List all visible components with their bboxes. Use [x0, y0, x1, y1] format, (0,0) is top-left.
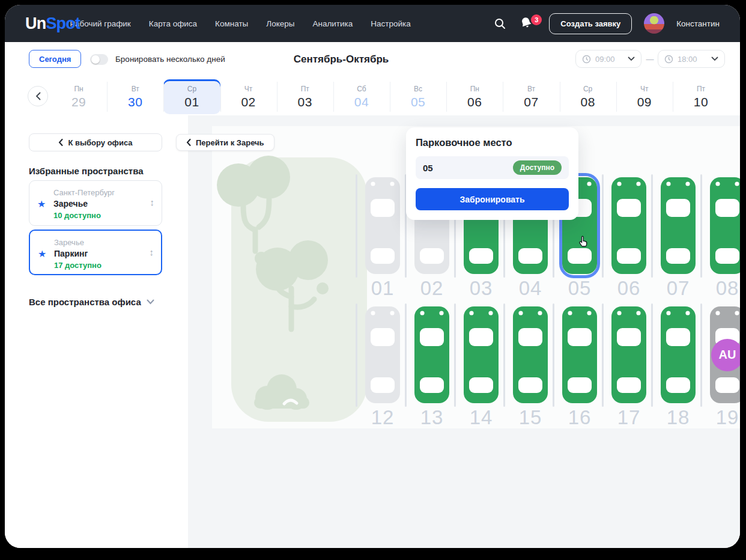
nav-item[interactable]: Комнаты: [215, 19, 248, 28]
day-cell[interactable]: Пт03: [277, 79, 333, 114]
parking-divider-line: [356, 174, 357, 278]
spot-number-label: 06: [604, 277, 654, 299]
notifications-button[interactable]: 3: [519, 16, 537, 31]
chevron-left-icon: [35, 92, 41, 100]
parking-spot-15[interactable]: [513, 305, 548, 404]
avatar[interactable]: [644, 13, 664, 34]
day-name: Вт: [132, 85, 139, 93]
day-strip: Пн29Вт30Ср01Чт02Пт03Сб04Вс05Пн06Вт07Ср08…: [5, 78, 740, 115]
logo-un: Un: [25, 14, 46, 32]
popup-spot-number: 05: [423, 163, 433, 173]
parking-spot-12[interactable]: [365, 305, 400, 404]
parking-spot-19[interactable]: AU: [710, 305, 740, 404]
favorite-space-card[interactable]: ★ЗаречьеПаркинг17 доступно↕: [29, 230, 162, 275]
parking-spot-16[interactable]: [562, 305, 597, 404]
parking-spot-08[interactable]: [710, 176, 740, 275]
clock-icon: [582, 55, 591, 64]
spot-number-label: 18: [653, 406, 703, 428]
user-name: Константин: [676, 19, 720, 28]
day-cell[interactable]: Ср01: [163, 79, 220, 114]
spot-number-label: 01: [357, 277, 408, 299]
parking-divider-line: [553, 303, 554, 407]
notification-badge: 3: [531, 14, 542, 25]
day-cell[interactable]: Чт02: [220, 79, 277, 114]
time-to-select[interactable]: 18:00: [658, 50, 725, 68]
day-cell[interactable]: Пн06: [446, 79, 503, 114]
space-location: Санкт-Петербург: [53, 188, 153, 197]
status-badge: Доступно: [513, 160, 562, 175]
parking-divider-line: [651, 303, 653, 407]
spot-number-label: 14: [456, 406, 506, 428]
parking-divider-line: [503, 303, 505, 407]
nav-item[interactable]: Карта офиса: [149, 19, 197, 28]
office-select-back-button[interactable]: К выбору офиса: [29, 133, 162, 151]
today-button[interactable]: Сегодня: [29, 50, 81, 68]
create-request-button[interactable]: Создать заявку: [549, 13, 632, 34]
day-name: Вс: [414, 85, 422, 93]
day-name: Сб: [357, 85, 366, 93]
parking-spot-07[interactable]: [661, 176, 696, 275]
day-cell[interactable]: Пт10: [673, 79, 729, 114]
day-number: 29: [71, 95, 86, 109]
day-cell[interactable]: Вс05: [390, 79, 446, 114]
popup-title: Парковочное место: [416, 137, 569, 148]
space-name: Паркинг: [54, 249, 153, 258]
day-number: 02: [241, 95, 255, 109]
parking-divider-line: [602, 174, 604, 278]
book-button[interactable]: Забронировать: [416, 188, 569, 210]
day-number: 08: [580, 95, 595, 109]
navbar-right: 3 Создать заявку Константин: [493, 13, 720, 34]
day-number: 01: [184, 95, 199, 109]
nav-item[interactable]: Настройка: [371, 19, 410, 28]
day-name: Пн: [470, 85, 479, 93]
drag-handle-icon[interactable]: ↕: [150, 247, 154, 257]
parking-spot-13[interactable]: [414, 305, 449, 404]
previous-days-button[interactable]: [28, 86, 48, 106]
nav-item[interactable]: Локеры: [266, 19, 294, 28]
star-icon[interactable]: ★: [38, 248, 46, 260]
goto-zarech-button[interactable]: Перейти к Заречь: [176, 134, 274, 151]
toggle-knob: [91, 55, 100, 64]
day-name: Ср: [187, 85, 196, 93]
back-button-label: К выбору офиса: [68, 138, 132, 147]
navbar: UnSpot Рабочий графикКарта офисаКомнатыЛ…: [5, 5, 740, 42]
spot-number-label: 08: [702, 277, 740, 299]
parking-spot-01[interactable]: [365, 176, 400, 275]
spot-number-label: 16: [554, 406, 605, 428]
day-number: 05: [411, 95, 425, 109]
parking-spot-17[interactable]: [611, 305, 646, 404]
day-cell[interactable]: Сб04: [333, 79, 390, 114]
all-spaces-label: Все пространства офиса: [29, 297, 141, 307]
day-cell[interactable]: Вт30: [107, 79, 163, 114]
spot-number-label: 17: [604, 406, 654, 428]
day-name: Вт: [527, 85, 535, 93]
drag-handle-icon[interactable]: ↕: [150, 197, 155, 207]
nav-item[interactable]: Аналитика: [312, 19, 353, 28]
day-number: 04: [354, 95, 369, 109]
multiday-toggle[interactable]: [90, 54, 108, 65]
day-name: Пт: [301, 85, 309, 93]
unspot-logo[interactable]: UnSpot: [25, 14, 46, 33]
spot-number-label: 03: [456, 277, 506, 299]
search-icon[interactable]: [493, 16, 507, 31]
parking-spot-06[interactable]: [611, 176, 646, 275]
parking-spot-14[interactable]: [464, 305, 499, 404]
time-from-select[interactable]: 09:00: [575, 50, 641, 68]
sidebar: К выбору офиса Избранные пространства ★С…: [5, 115, 188, 548]
time-from-value: 09:00: [595, 55, 615, 64]
day-cell[interactable]: Вт07: [503, 79, 559, 114]
chevron-down-icon: [711, 56, 718, 61]
day-cell[interactable]: Чт09: [616, 79, 673, 114]
all-spaces-toggle[interactable]: Все пространства офиса: [29, 297, 154, 307]
date-bar: Сегодня Бронировать несколько дней Сентя…: [5, 42, 740, 78]
star-icon[interactable]: ★: [37, 198, 46, 210]
parking-spot-18[interactable]: [661, 305, 696, 404]
day-number: 10: [694, 95, 708, 109]
app-window: UnSpot Рабочий графикКарта офисаКомнатыЛ…: [5, 5, 740, 548]
day-name: Пн: [74, 85, 83, 93]
day-cell[interactable]: Пн29: [50, 79, 107, 114]
favorite-space-card[interactable]: ★Санкт-ПетербургЗаречье10 доступно↕: [29, 180, 162, 226]
day-cell[interactable]: Ср08: [560, 79, 616, 114]
parking-divider-line: [700, 303, 702, 407]
space-availability: 17 доступно: [54, 261, 153, 270]
